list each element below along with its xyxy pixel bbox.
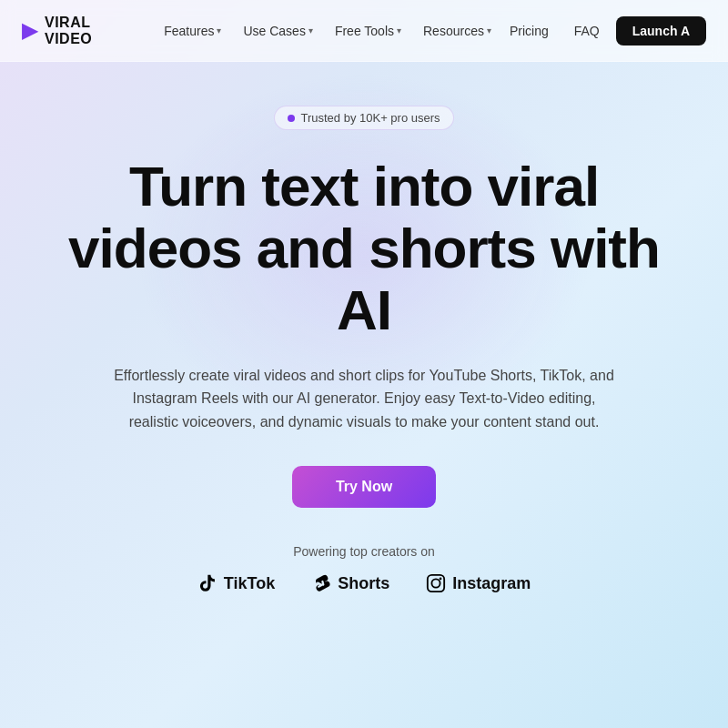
shorts-icon xyxy=(311,573,331,593)
chevron-down-icon: ▾ xyxy=(397,25,401,35)
hero-section: Trusted by 10K+ pro users Turn text into… xyxy=(0,62,728,622)
nav-links: Features ▾ Use Cases ▾ Free Tools ▾ Reso… xyxy=(155,18,500,44)
try-now-button[interactable]: Try Now xyxy=(292,466,436,508)
logo-text: VIRAL VIDEO xyxy=(45,15,126,47)
tiktok-platform: TikTok xyxy=(197,573,275,593)
trust-dot-icon xyxy=(288,115,295,122)
chevron-down-icon: ▾ xyxy=(217,25,221,35)
svg-point-2 xyxy=(440,578,442,581)
trust-badge: Trusted by 10K+ pro users xyxy=(274,106,453,130)
instagram-label: Instagram xyxy=(452,574,531,593)
svg-rect-0 xyxy=(428,575,444,592)
navbar: ▶ VIRAL VIDEO Features ▾ Use Cases ▾ Fre… xyxy=(0,0,728,62)
instagram-platform: Instagram xyxy=(426,573,531,593)
nav-use-cases[interactable]: Use Cases ▾ xyxy=(234,18,321,44)
svg-point-1 xyxy=(432,580,440,588)
launch-button[interactable]: Launch A xyxy=(616,16,706,46)
hero-title: Turn text into viral videos and shorts w… xyxy=(55,156,673,342)
powering-label: Powering top creators on xyxy=(293,544,435,559)
chevron-down-icon: ▾ xyxy=(487,25,491,35)
nav-pricing[interactable]: Pricing xyxy=(500,18,558,44)
nav-features[interactable]: Features ▾ xyxy=(155,18,230,44)
tiktok-label: TikTok xyxy=(224,574,275,593)
logo[interactable]: ▶ VIRAL VIDEO xyxy=(22,15,126,47)
powering-section: Powering top creators on TikTok Shorts xyxy=(197,544,531,593)
logo-icon: ▶ xyxy=(22,19,37,43)
instagram-icon xyxy=(426,573,446,593)
nav-right: Pricing FAQ Launch A xyxy=(500,16,706,46)
tiktok-icon xyxy=(197,573,217,593)
nav-resources[interactable]: Resources ▾ xyxy=(414,18,500,44)
platform-logos: TikTok Shorts Instagram xyxy=(197,573,531,593)
shorts-platform: Shorts xyxy=(311,573,389,593)
shorts-label: Shorts xyxy=(338,574,389,593)
chevron-down-icon: ▾ xyxy=(308,25,313,35)
hero-subtitle: Effortlessly create viral videos and sho… xyxy=(109,364,619,434)
nav-faq[interactable]: FAQ xyxy=(565,18,609,44)
nav-free-tools[interactable]: Free Tools ▾ xyxy=(326,18,410,44)
